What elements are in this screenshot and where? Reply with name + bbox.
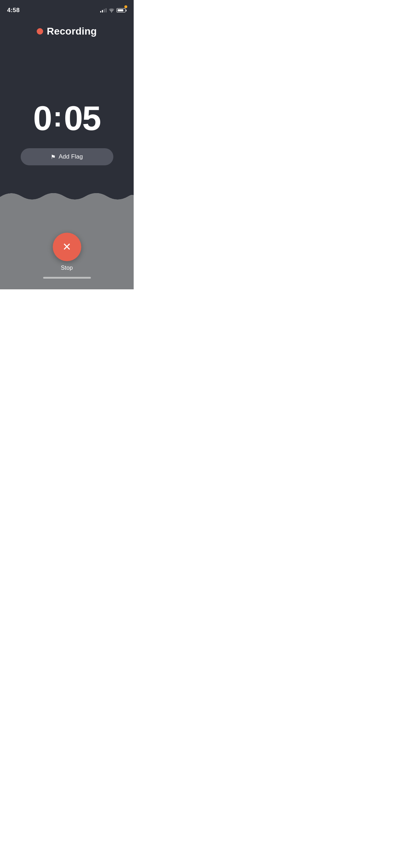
signal-bars-icon (100, 8, 107, 12)
signal-bar-3 (104, 9, 105, 12)
bottom-section: ✕ Stop (0, 208, 134, 289)
battery-icon (117, 8, 127, 12)
signal-bar-1 (100, 11, 101, 12)
signal-bar-2 (102, 10, 103, 12)
stop-label: Stop (61, 265, 73, 271)
timer-minutes: 0 (33, 101, 51, 135)
status-icons (100, 8, 127, 12)
recording-title: Recording (47, 26, 97, 37)
battery-fill (118, 9, 123, 11)
wave-separator (0, 186, 134, 208)
wifi-icon (109, 8, 114, 12)
stop-button[interactable]: ✕ (53, 233, 81, 261)
flag-icon: ⚑ (51, 154, 56, 160)
stop-x-icon: ✕ (62, 242, 71, 252)
recording-indicator-dot (37, 28, 43, 35)
battery-body (117, 8, 125, 12)
timer-seconds: 05 (64, 101, 101, 135)
timer-container: 0 : 05 (33, 101, 101, 135)
home-indicator (43, 277, 91, 279)
battery-tip (126, 10, 127, 11)
orange-indicator-dot (124, 5, 127, 8)
recording-header: Recording (37, 26, 97, 37)
timer-colon: : (53, 103, 62, 134)
status-bar: 4:58 (0, 0, 134, 16)
status-time: 4:58 (7, 7, 20, 14)
signal-bar-4 (106, 8, 107, 12)
add-flag-label: Add Flag (58, 153, 83, 160)
stop-button-container: ✕ Stop (53, 233, 81, 271)
screen: 4:58 (0, 0, 134, 289)
add-flag-button[interactable]: ⚑ Add Flag (21, 148, 113, 165)
top-section: 4:58 (0, 0, 134, 187)
